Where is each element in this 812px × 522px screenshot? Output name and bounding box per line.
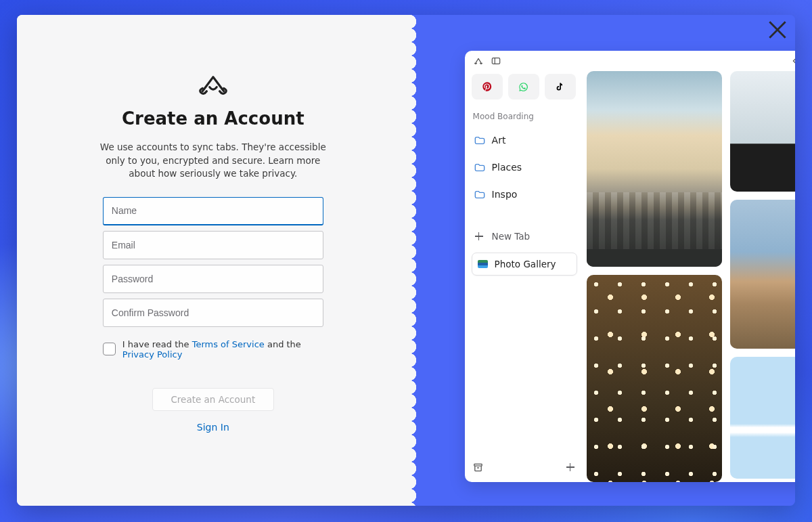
name-field[interactable]	[103, 197, 323, 225]
pinned-pinterest[interactable]	[472, 74, 503, 100]
tab-photo-gallery[interactable]: Photo Gallery	[472, 253, 577, 276]
folder-art[interactable]: Art	[472, 128, 577, 152]
back-icon[interactable]	[790, 56, 795, 66]
pinned-tiktok[interactable]	[545, 74, 576, 100]
page-title: Create an Account	[122, 108, 304, 129]
gallery-image[interactable]	[587, 71, 722, 267]
gallery-content	[584, 71, 795, 482]
desktop-wallpaper: Create an Account We use accounts to syn…	[0, 0, 812, 522]
favicon-icon	[478, 260, 488, 268]
sidebar-toggle-icon[interactable]	[491, 56, 501, 66]
arc-logo-icon	[199, 73, 227, 97]
onboarding-window: Create an Account We use accounts to syn…	[17, 15, 795, 506]
browser-preview: Mood Boarding Art Places Inspo	[465, 51, 795, 482]
archive-icon[interactable]	[473, 462, 484, 473]
preview-toolbar	[465, 51, 795, 71]
preview-panel: Mood Boarding Art Places Inspo	[409, 15, 795, 506]
pinned-whatsapp[interactable]	[508, 74, 539, 100]
folder-inspo[interactable]: Inspo	[472, 182, 577, 206]
folder-icon	[474, 136, 485, 145]
gallery-image[interactable]	[587, 275, 722, 482]
page-description: We use accounts to sync tabs. They're ac…	[91, 141, 335, 181]
folder-label: Inspo	[492, 189, 518, 200]
create-account-button[interactable]: Create an Account	[152, 388, 274, 411]
new-tab[interactable]: New Tab	[472, 225, 577, 247]
arc-mini-logo-icon	[473, 56, 484, 66]
signup-form: I have read the Terms of Service and the…	[103, 197, 323, 360]
terms-row: I have read the Terms of Service and the…	[103, 332, 323, 360]
tos-link[interactable]: Terms of Service	[192, 339, 265, 349]
plus-icon	[474, 232, 484, 241]
new-tab-label: New Tab	[492, 231, 531, 242]
confirm-password-field[interactable]	[103, 299, 323, 327]
terms-text: I have read the Terms of Service and the…	[122, 339, 323, 360]
folder-label: Places	[492, 162, 522, 173]
svg-rect-0	[492, 58, 499, 64]
svg-rect-2	[474, 464, 482, 466]
preview-sidebar: Mood Boarding Art Places Inspo	[465, 71, 584, 482]
password-field[interactable]	[103, 265, 323, 293]
sign-in-link[interactable]: Sign In	[197, 422, 229, 433]
privacy-link[interactable]: Privacy Policy	[122, 349, 183, 360]
folder-icon	[474, 163, 485, 172]
account-panel: Create an Account We use accounts to syn…	[17, 15, 409, 506]
gallery-image[interactable]	[730, 71, 795, 192]
tab-label: Photo Gallery	[495, 259, 556, 269]
add-space-icon[interactable]	[565, 462, 576, 473]
folder-icon	[474, 190, 485, 199]
folder-label: Art	[492, 135, 506, 146]
folder-places[interactable]: Places	[472, 155, 577, 179]
email-field[interactable]	[103, 231, 323, 259]
terms-checkbox[interactable]	[103, 343, 116, 355]
section-label: Mood Boarding	[472, 112, 577, 121]
gallery-image[interactable]	[730, 357, 795, 479]
gallery-image[interactable]	[730, 200, 795, 349]
